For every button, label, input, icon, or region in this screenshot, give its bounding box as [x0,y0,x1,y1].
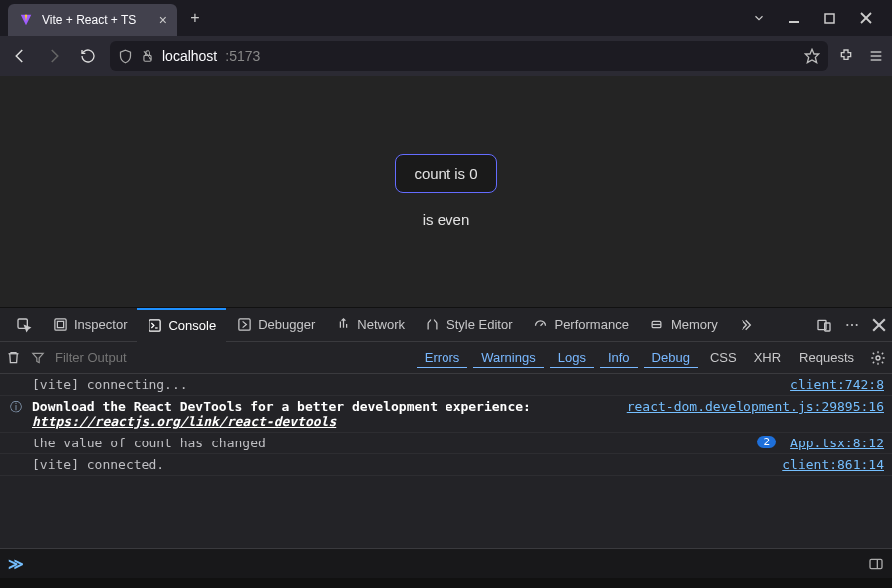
hamburger-menu-icon[interactable] [868,48,884,64]
chip-logs[interactable]: Logs [550,348,594,368]
new-tab-button[interactable]: + [181,4,209,32]
tab-style-editor[interactable]: Style Editor [415,308,522,342]
maximize-icon[interactable] [824,13,842,24]
tab-console-label: Console [168,318,216,333]
minimize-icon[interactable] [788,12,806,24]
shield-icon [118,49,133,64]
info-icon: ⓘ [8,399,24,416]
performance-icon [532,317,548,333]
tab-network-label: Network [357,317,405,332]
svg-marker-8 [805,49,818,62]
tab-close-icon[interactable]: × [159,12,167,28]
tab-memory-label: Memory [671,317,718,332]
svg-point-24 [851,323,853,325]
log-text: the value of count has changed [32,436,749,450]
tab-inspector-label: Inspector [74,317,127,332]
inspector-icon [52,317,68,333]
close-window-icon[interactable] [860,12,878,24]
chip-warnings[interactable]: Warnings [473,348,543,368]
tab-style-label: Style Editor [446,317,512,332]
tab-network[interactable]: Network [325,308,415,342]
tab-performance-label: Performance [554,317,628,332]
page-content: count is 0 is even [0,76,892,307]
memory-icon [649,317,665,333]
svg-rect-3 [825,14,834,23]
console-icon [147,318,162,334]
tab-debugger-label: Debugger [258,317,315,332]
url-port: :5173 [225,48,260,64]
url-bar[interactable]: localhost:5173 [110,41,828,71]
svg-rect-30 [870,559,882,568]
kebab-menu-icon[interactable] [844,317,860,333]
log-text: [vite] connected. [32,457,774,472]
console-settings-icon[interactable] [870,350,886,366]
svg-rect-17 [239,319,250,330]
style-icon [425,317,441,333]
svg-line-18 [540,323,543,326]
log-text: [vite] connecting... [32,377,782,392]
chip-xhr[interactable]: XHR [746,348,789,367]
log-link[interactable]: https://reactjs.org/link/react-devtools [32,414,336,429]
tab-title: Vite + React + TS [42,13,136,27]
bottom-spacer [0,578,892,588]
console-message: ⓘ Download the React DevTools for a bett… [0,396,892,433]
console-filter-bar: Errors Warnings Logs Info Debug CSS XHR … [0,342,892,374]
browser-tab-bar: Vite + React + TS × + [0,0,892,36]
filter-chips: Errors Warnings Logs Info Debug CSS XHR … [415,348,886,368]
bookmark-icon[interactable] [804,48,820,64]
devtools-tab-bar: Inspector Console Debugger Network Style… [0,308,892,342]
url-host: localhost [162,48,217,64]
count-button[interactable]: count is 0 [395,154,496,193]
console-message: [vite] connected. client:861:14 [0,454,892,476]
log-text: Download the React DevTools for a better… [32,399,619,429]
chip-css[interactable]: CSS [702,348,744,367]
split-pane-icon[interactable] [868,556,884,572]
tab-performance[interactable]: Performance [522,308,638,342]
tab-memory[interactable]: Memory [639,308,728,342]
log-source-link[interactable]: client:742:8 [790,377,884,392]
lock-icon [141,49,154,63]
chip-info[interactable]: Info [600,348,638,368]
console-prompt: ≫ [0,548,892,578]
devtools-close-icon[interactable] [872,318,886,332]
svg-point-23 [846,323,848,325]
tab-debugger[interactable]: Debugger [226,308,325,342]
svg-rect-13 [54,319,65,330]
svg-rect-14 [57,321,63,327]
console-message: [vite] connecting... client:742:8 [0,374,892,396]
console-output: [vite] connecting... client:742:8 ⓘ Down… [0,374,892,548]
chip-requests[interactable]: Requests [791,348,862,367]
log-bold-text: Download the React DevTools for a better… [32,399,531,414]
chip-errors[interactable]: Errors [417,348,467,368]
browser-tab[interactable]: Vite + React + TS × [8,4,177,36]
svg-point-29 [876,356,880,360]
responsive-mode-icon[interactable] [816,317,832,333]
browser-toolbar: localhost:5173 [0,36,892,76]
network-icon [335,317,351,333]
filter-icon[interactable] [31,351,45,365]
prompt-chevron-icon: ≫ [8,555,24,573]
more-tabs-icon[interactable] [728,308,763,342]
repeat-badge: 2 [757,436,776,448]
svg-point-25 [856,323,858,325]
forward-button[interactable] [42,44,66,68]
console-input[interactable] [32,556,860,571]
log-source-link[interactable]: client:861:14 [782,457,884,472]
debugger-icon [236,317,252,333]
filter-input[interactable] [55,350,274,365]
chip-debug[interactable]: Debug [644,348,698,368]
log-source-link[interactable]: App.tsx:8:12 [790,436,884,450]
devtools-panel: Inspector Console Debugger Network Style… [0,307,892,578]
svg-marker-28 [33,353,44,362]
tab-console[interactable]: Console [137,308,226,342]
log-source-link[interactable]: react-dom.development.js:29895:16 [627,399,884,414]
even-text: is even [423,211,470,228]
list-tabs-icon[interactable] [752,11,770,25]
vite-favicon [18,12,34,28]
reload-button[interactable] [76,44,100,68]
extensions-icon[interactable] [838,48,854,64]
trash-icon[interactable] [6,350,21,365]
tab-inspector[interactable]: Inspector [42,308,137,342]
element-picker-icon[interactable] [6,308,42,342]
back-button[interactable] [8,44,32,68]
